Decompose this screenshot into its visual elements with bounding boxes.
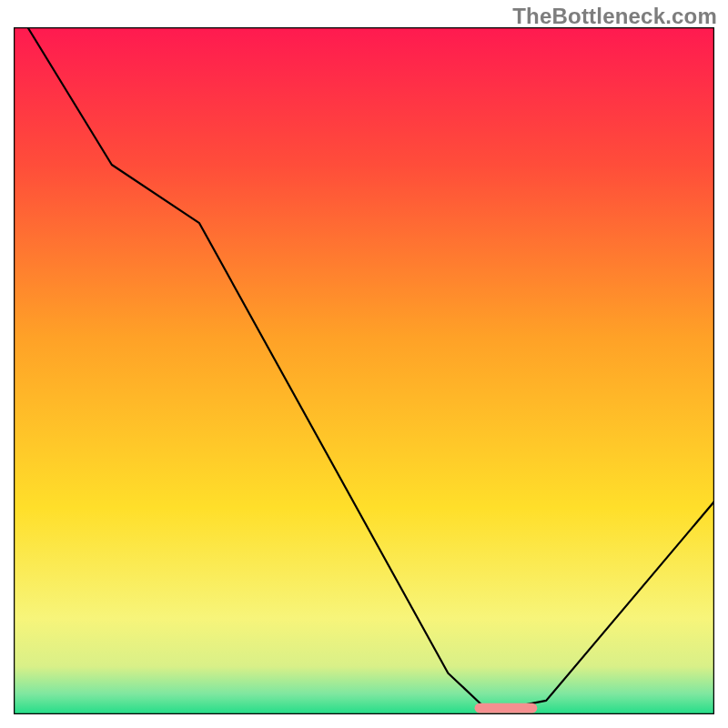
chart-container: TheBottleneck.com — [0, 0, 728, 728]
plot-area — [14, 27, 714, 714]
bottleneck-chart — [14, 27, 714, 714]
watermark-text: TheBottleneck.com — [512, 4, 717, 29]
gradient-background — [14, 27, 714, 714]
